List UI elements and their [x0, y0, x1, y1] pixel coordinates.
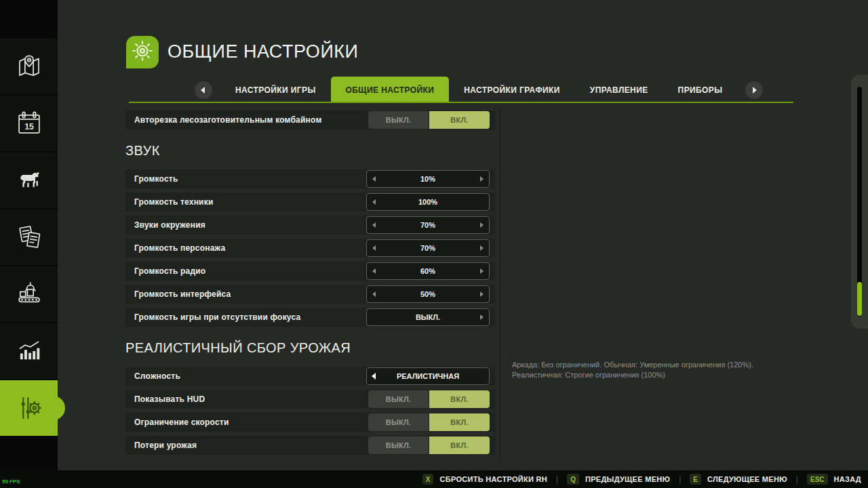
footer-bar: 59 FPS X СБРОСИТЬ НАСТРОЙКИ RH | Q ПРЕДЫ…: [0, 470, 868, 488]
footer-hint[interactable]: E СЛЕДУЮЩЕЕ МЕНЮ: [690, 474, 787, 485]
statistics-icon: [15, 337, 43, 365]
main-panel: ОБЩИЕ НАСТРОЙКИ НАСТРОЙКИ ИГРЫОБЩИЕ НАСТ…: [58, 0, 868, 470]
settings-row: Показывать HUD ВЫКЛ. ВКЛ.: [125, 390, 495, 409]
sidebar-item-contracts[interactable]: [0, 209, 58, 265]
sidebar-item-statistics[interactable]: [0, 323, 58, 379]
column-divider: [500, 107, 500, 464]
tab[interactable]: НАСТРОЙКИ ГРАФИКИ: [449, 77, 575, 103]
tab-list: НАСТРОЙКИ ИГРЫОБЩИЕ НАСТРОЙКИНАСТРОЙКИ Г…: [220, 77, 737, 103]
value-stepper[interactable]: 70%: [366, 216, 490, 234]
stepper-right-arrow-icon[interactable]: [480, 176, 484, 182]
tab[interactable]: ПРИБОРЫ: [663, 77, 738, 103]
tab-bar: НАСТРОЙКИ ИГРЫОБЩИЕ НАСТРОЙКИНАСТРОЙКИ Г…: [186, 77, 771, 103]
toggle-off-button[interactable]: ВЫКЛ.: [368, 413, 429, 431]
stepper-value: ВЫКЛ.: [367, 309, 489, 325]
help-panel: Аркада: Без ограничений. Обычная: Умерен…: [512, 360, 810, 380]
toggle-on-button[interactable]: ВКЛ.: [429, 111, 490, 129]
toggle-switch: ВЫКЛ. ВКЛ.: [368, 111, 490, 129]
value-stepper[interactable]: 50%: [366, 285, 490, 303]
setting-label: Авторезка лесозаготовительным комбайном: [134, 115, 321, 125]
setting-label: Громкость интерфейса: [134, 289, 231, 299]
fps-counter: 59 FPS: [2, 479, 20, 485]
setting-label: Громкость персонажа: [134, 243, 225, 253]
stepper-right-arrow-icon[interactable]: [480, 291, 484, 297]
key-badge: X: [422, 474, 434, 485]
footer-hint[interactable]: Q ПРЕДЫДУЩЕЕ МЕНЮ: [567, 474, 670, 485]
toggle-on-button[interactable]: ВКЛ.: [429, 413, 490, 431]
calendar-icon: 15: [15, 109, 43, 138]
stepper-value: 50%: [367, 286, 489, 302]
calendar-day: 15: [24, 122, 34, 131]
chevron-right-icon: [753, 87, 757, 94]
settings-rows: Сложность РЕАЛИСТИЧНАЯ Показывать HUD ВЫ…: [125, 367, 495, 455]
scrollbar-track[interactable]: [857, 87, 862, 317]
tab[interactable]: УПРАВЛЕНИЕ: [575, 77, 663, 103]
settings-row: Громкость 10%: [125, 169, 495, 188]
sidebar-item-map[interactable]: [0, 39, 58, 94]
sidebar: 15: [0, 0, 58, 470]
settings-rows: Громкость 10% Громкость техники 100% Зву…: [125, 169, 495, 327]
footer-hint-label: СБРОСИТЬ НАСТРОЙКИ RH: [439, 475, 547, 483]
stepper-right-arrow-icon[interactable]: [480, 268, 484, 274]
sidebar-item-calendar[interactable]: 15: [0, 96, 58, 151]
key-badge: Q: [567, 474, 579, 485]
settings-icon: [15, 394, 43, 422]
footer-hint-label: НАЗАД: [834, 475, 861, 483]
tabs-next-button[interactable]: [745, 81, 763, 99]
value-stepper[interactable]: 60%: [366, 262, 490, 280]
setting-label: Потери урожая: [134, 441, 197, 450]
stepper-value: РЕАЛИСТИЧНАЯ: [367, 368, 489, 384]
key-badge: ESC: [807, 474, 828, 485]
footer-hint[interactable]: ESC НАЗАД: [807, 474, 861, 485]
help-line: Аркада: Без ограничений. Обычная: Умерен…: [512, 360, 810, 370]
footer-separator: |: [679, 474, 681, 484]
production-icon: [15, 280, 43, 308]
settings-badge: [126, 36, 159, 68]
stepper-value: 100%: [367, 194, 489, 210]
toggle-on-button[interactable]: ВКЛ.: [429, 436, 490, 454]
sidebar-item-production[interactable]: [0, 266, 58, 322]
settings-row: Громкость игры при отсутствии фокуса ВЫК…: [125, 308, 495, 327]
toggle-on-button[interactable]: ВКЛ.: [429, 390, 490, 408]
value-stepper[interactable]: ВЫКЛ.: [366, 308, 490, 326]
setting-label: Громкость игры при отсутствии фокуса: [134, 312, 300, 322]
value-stepper[interactable]: 100%: [366, 193, 490, 211]
setting-label: Громкость: [134, 174, 178, 184]
sidebar-item-settings[interactable]: [0, 380, 58, 436]
section-title: РЕАЛИСТИЧНЫЙ СБОР УРОЖАЯ: [125, 338, 495, 357]
footer-hint[interactable]: X СБРОСИТЬ НАСТРОЙКИ RH: [422, 474, 547, 485]
setting-label: Громкость радио: [134, 266, 205, 276]
toggle-off-button[interactable]: ВЫКЛ.: [368, 111, 429, 129]
setting-label: Ограничение скорости: [134, 418, 229, 427]
value-stepper[interactable]: РЕАЛИСТИЧНАЯ: [366, 367, 490, 385]
section-title: ЗВУК: [125, 141, 495, 160]
page-title: ОБЩИЕ НАСТРОЙКИ: [167, 41, 358, 62]
settings-row: Громкость персонажа 70%: [125, 239, 495, 258]
stepper-right-arrow-icon[interactable]: [480, 245, 484, 251]
setting-label: Показывать HUD: [134, 394, 205, 404]
value-stepper[interactable]: 70%: [366, 239, 490, 257]
footer-separator: |: [796, 474, 798, 484]
settings-row: Громкость интерфейса 50%: [125, 285, 495, 304]
animals-icon: [14, 165, 44, 195]
footer-hint-label: ПРЕДЫДУЩЕЕ МЕНЮ: [585, 475, 670, 483]
stepper-right-arrow-icon[interactable]: [480, 222, 484, 228]
setting-label: Звуки окружения: [134, 220, 205, 230]
footer-hints: X СБРОСИТЬ НАСТРОЙКИ RH | Q ПРЕДЫДУЩЕЕ М…: [414, 474, 861, 485]
tab[interactable]: ОБЩИЕ НАСТРОЙКИ: [331, 77, 450, 103]
settings-group: РЕАЛИСТИЧНЫЙ СБОР УРОЖАЯ Сложность РЕАЛИ…: [125, 338, 495, 455]
scrollbar-thumb[interactable]: [857, 282, 862, 316]
key-badge: E: [690, 474, 701, 485]
tab[interactable]: НАСТРОЙКИ ИГРЫ: [220, 77, 331, 103]
value-stepper[interactable]: 10%: [366, 170, 490, 188]
stepper-right-arrow-icon[interactable]: [480, 314, 484, 320]
setting-label: Громкость техники: [134, 197, 213, 207]
toggle-off-button[interactable]: ВЫКЛ.: [368, 390, 429, 408]
setting-label: Сложность: [134, 371, 180, 381]
sidebar-item-animals[interactable]: [0, 152, 58, 208]
tabs-prev-button[interactable]: [195, 81, 212, 99]
toggle-off-button[interactable]: ВЫКЛ.: [368, 436, 429, 454]
scrollbar: [851, 75, 868, 329]
stepper-value: 70%: [367, 217, 489, 233]
footer-hint-label: СЛЕДУЮЩЕЕ МЕНЮ: [707, 475, 787, 483]
